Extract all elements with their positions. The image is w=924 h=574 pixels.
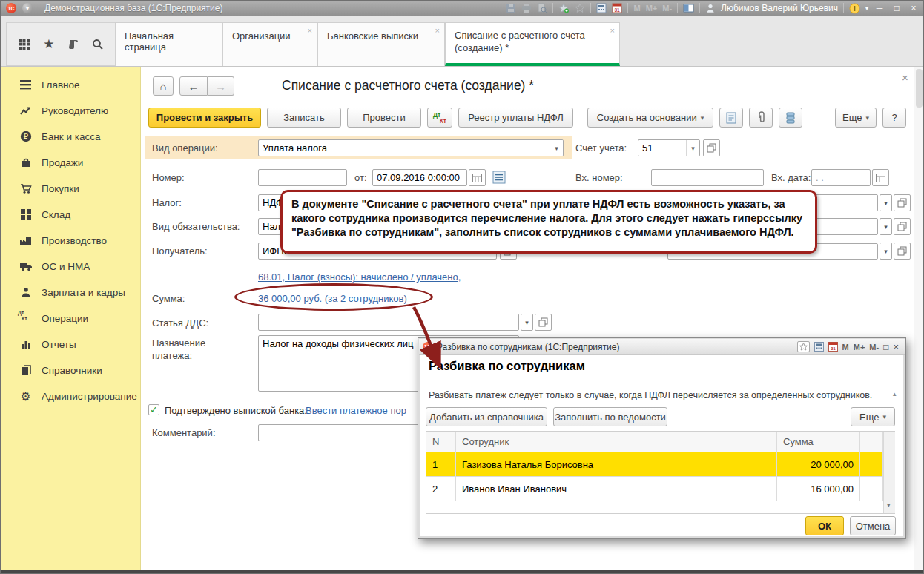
dds-open-button[interactable] — [535, 314, 552, 331]
account-open-button[interactable] — [703, 139, 720, 156]
scroll-up-icon[interactable]: ▴ — [893, 390, 897, 397]
post-and-close-button[interactable]: Провести и закрыть — [148, 108, 261, 128]
calculator-icon[interactable] — [596, 3, 607, 13]
recipient-account-open-button[interactable] — [894, 243, 911, 260]
dds-dropdown-button[interactable]: ▾ — [521, 314, 533, 331]
incoming-number-field[interactable] — [651, 169, 764, 186]
sidebar-item-administration[interactable]: ⚙Администрирование — [0, 384, 141, 408]
sidebar-item-production[interactable]: Производство — [0, 228, 141, 252]
search-icon[interactable] — [92, 39, 104, 50]
sidebar-item-fixed-assets[interactable]: ОС и НМА — [0, 254, 141, 278]
payment-order-link[interactable]: Ввести платежное пор — [306, 405, 406, 416]
favorites-icon[interactable] — [797, 341, 810, 352]
account-field[interactable]: 51▾ — [638, 139, 700, 156]
calculator-icon[interactable] — [814, 342, 824, 352]
close-button[interactable]: × — [908, 3, 920, 13]
table-row-2-sum[interactable]: 16 000,00 — [777, 477, 860, 501]
table-row-1-employee[interactable]: Газизова Наталья Борисовна — [456, 452, 777, 477]
obligation-dropdown-button[interactable]: ▾ — [880, 218, 892, 235]
favorites-star-icon[interactable]: ★ — [43, 38, 54, 50]
number-field[interactable] — [258, 169, 347, 186]
apps-grid-icon[interactable] — [18, 38, 30, 50]
incoming-date-calendar-button[interactable] — [872, 169, 889, 186]
system-menu-icon[interactable]: ▾ — [22, 3, 33, 13]
dropdown-icon[interactable]: ▾ — [550, 140, 563, 156]
account-postings-link[interactable]: 68.01, Налог (взносы): начислено / уплач… — [258, 271, 461, 283]
dialog-more-button[interactable]: Еще▾ — [851, 407, 895, 426]
back-button[interactable]: ← — [179, 76, 208, 96]
table-row-2-n[interactable]: 2 — [426, 477, 456, 501]
info-caret-icon[interactable]: ▾ — [865, 5, 868, 12]
memory-add-button[interactable]: M+ — [854, 343, 865, 352]
fill-by-sheet-button[interactable]: Заполнить по ведомости — [553, 407, 667, 426]
user-name[interactable]: Любимов Валерий Юрьевич — [721, 3, 838, 13]
add-favorite-icon[interactable] — [558, 3, 570, 13]
sidebar-item-sales[interactable]: Продажи — [0, 151, 141, 174]
table-scrollbar[interactable]: ▾ — [883, 432, 895, 513]
registers-button[interactable] — [779, 108, 802, 128]
operation-type-field[interactable]: Уплата налога▾ — [258, 139, 564, 156]
sidebar-item-operations[interactable]: ДтКтОперации — [0, 306, 141, 330]
dtkt-postings-button[interactable]: ДтКт — [427, 108, 452, 128]
maximize-button[interactable]: □ — [883, 342, 888, 352]
create-based-on-button[interactable]: Создать на основании▾ — [587, 108, 713, 128]
tab-close-icon[interactable]: × — [435, 27, 440, 35]
info-icon[interactable]: i — [849, 3, 860, 14]
report-button[interactable] — [719, 108, 743, 128]
scroll-down-icon[interactable]: ▾ — [887, 501, 891, 509]
post-button[interactable]: Провести — [347, 108, 421, 128]
tab-home[interactable]: Начальная страница — [115, 22, 222, 66]
tab-debit-document[interactable]: Списание с расчетного счета (создание) *… — [445, 22, 620, 66]
table-row-2-extra[interactable] — [860, 477, 883, 501]
form-scrollbar[interactable] — [914, 67, 924, 570]
minimize-button[interactable]: ─ — [874, 3, 885, 13]
sidebar-item-warehouse[interactable]: Склад — [0, 202, 141, 226]
dropdown-icon[interactable]: ▾ — [686, 140, 699, 156]
sidebar-item-main[interactable]: Главное — [0, 73, 141, 96]
calendar-icon[interactable]: 31 — [612, 3, 622, 13]
table-row-1-n[interactable]: 1 — [426, 452, 456, 477]
home-button[interactable]: ⌂ — [153, 76, 174, 96]
sidebar-item-bank-cash[interactable]: ₽Банк и касса — [0, 125, 141, 148]
journal-list-icon[interactable] — [492, 171, 506, 184]
add-from-catalog-button[interactable]: Добавить из справочника — [426, 407, 547, 426]
sidebar-item-reports[interactable]: Отчеты — [0, 332, 141, 356]
ndfl-registry-button[interactable]: Реестр уплаты НДФЛ — [458, 108, 573, 128]
sidebar-item-payroll-hr[interactable]: Зарплата и кадры — [0, 280, 141, 304]
tab-close-icon[interactable]: × — [610, 27, 615, 35]
form-close-icon[interactable]: × — [902, 71, 908, 84]
tax-dropdown-button[interactable]: ▾ — [880, 194, 892, 211]
more-button[interactable]: Еще▾ — [835, 108, 877, 128]
recipient-account-dropdown-button[interactable]: ▾ — [880, 243, 892, 260]
confirmed-checkbox[interactable]: ✓ — [148, 404, 159, 415]
close-button[interactable]: × — [893, 341, 899, 352]
app-logo-icon[interactable]: 1С — [6, 3, 16, 13]
date-field[interactable]: 07.09.2016 0:00:00 — [372, 169, 467, 186]
table-row-2-employee[interactable]: Иванов Иван Иванович — [456, 477, 777, 501]
table-row-1-extra[interactable] — [860, 452, 883, 477]
sidebar-item-directories[interactable]: Справочники — [0, 358, 141, 382]
maximize-button[interactable]: □ — [891, 3, 902, 13]
attachments-button[interactable] — [749, 108, 773, 128]
scrollbar-thumb[interactable] — [916, 69, 923, 108]
obligation-open-button[interactable] — [894, 218, 911, 235]
col-header-n[interactable]: N — [426, 432, 456, 452]
split-view-icon[interactable] — [683, 3, 694, 13]
tab-organizations[interactable]: Организации× — [222, 22, 317, 66]
save-button[interactable]: Записать — [267, 108, 341, 128]
calendar-icon[interactable]: 31 — [828, 342, 838, 352]
history-icon[interactable] — [67, 39, 79, 50]
sidebar-item-purchases[interactable]: Покупки — [0, 177, 141, 200]
help-button[interactable]: ? — [882, 108, 906, 128]
table-row-1-sum[interactable]: 20 000,00 — [777, 452, 860, 477]
cancel-button[interactable]: Отмена — [850, 516, 896, 535]
col-header-employee[interactable]: Сотрудник — [456, 432, 777, 452]
sidebar-item-manager[interactable]: Руководителю — [0, 99, 141, 122]
incoming-date-field[interactable]: . . — [811, 169, 871, 186]
memory-recall-button[interactable]: M — [842, 343, 849, 352]
tab-close-icon[interactable]: × — [308, 27, 312, 35]
tab-bank-statements[interactable]: Банковские выписки× — [317, 22, 445, 66]
ok-button[interactable]: ОК — [805, 516, 844, 535]
col-header-sum[interactable]: Сумма — [777, 432, 860, 452]
memory-subtract-button[interactable]: M- — [869, 343, 879, 352]
